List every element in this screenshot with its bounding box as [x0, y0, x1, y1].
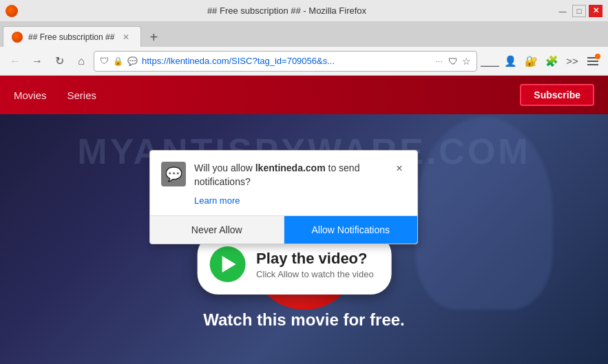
menu-button[interactable]	[583, 52, 602, 71]
chat-icon: 💬	[161, 162, 186, 186]
firefox-icon	[6, 5, 18, 17]
background-figure	[415, 117, 553, 310]
site-header: Movies Series Subscribe	[0, 76, 608, 114]
sync-button[interactable]: 👤	[501, 52, 520, 71]
padlock-icon: 🔒	[113, 56, 123, 66]
subscribe-button[interactable]: Subscribe	[520, 84, 594, 106]
window-controls: — □ ✕	[556, 5, 602, 17]
tab-close-btn[interactable]: ✕	[120, 31, 132, 43]
back-button[interactable]: ←	[6, 52, 25, 71]
add-ons-button[interactable]: 🧩	[542, 52, 561, 71]
new-tab-button[interactable]: +	[144, 28, 163, 47]
learn-more-link[interactable]: Learn more	[194, 195, 406, 206]
nav-series[interactable]: Series	[67, 89, 97, 101]
more-tools-button[interactable]: >>	[563, 52, 582, 71]
play-title: Play the video?	[256, 250, 374, 268]
tab-label: ## Free subscription ##	[28, 32, 114, 42]
address-bar[interactable]: 🛡 🔒 💬 https://lkentineda.com/SISC?tag_id…	[94, 51, 477, 72]
allow-notifications-button[interactable]: Allow Notifications	[284, 216, 418, 244]
title-bar: ## Free subscription ## - Mozilla Firefo…	[0, 0, 608, 22]
camera-icon: 💬	[127, 56, 138, 66]
nav-movies[interactable]: Movies	[14, 89, 47, 101]
url-more-icon: ···	[434, 56, 444, 66]
refresh-button[interactable]: ↻	[50, 52, 69, 71]
url-text: https://lkentineda.com/SISC?tag_id=70905…	[142, 56, 430, 66]
tab-favicon	[12, 32, 23, 43]
minimize-button[interactable]: —	[556, 5, 569, 17]
watch-text: Watch this movie for free.	[0, 310, 608, 330]
maximize-button[interactable]: □	[572, 5, 586, 17]
play-subtitle: Click Allow to watch the video	[256, 269, 374, 279]
popup-domain: lkentineda.com	[255, 162, 326, 173]
page-content: Movies Series Subscribe MYANTISPYWARE.CO…	[0, 76, 608, 364]
play-arrow-icon	[222, 256, 235, 272]
active-tab[interactable]: ## Free subscription ## ✕	[3, 26, 141, 47]
play-text-block: Play the video? Click Allow to watch the…	[256, 250, 374, 279]
browser-window: ## Free subscription ## - Mozilla Firefo…	[0, 0, 608, 364]
popup-header: 💬 Will you allow lkentineda.com to send …	[161, 162, 406, 189]
home-button[interactable]: ⌂	[72, 52, 91, 71]
popup-buttons: Never Allow Allow Notifications	[150, 215, 417, 244]
popup-question-text: Will you allow lkentineda.com to send no…	[194, 162, 384, 189]
toolbar-icons: ⎯⎯⎯ 👤 🔐 🧩 >>	[480, 52, 602, 71]
close-button[interactable]: ✕	[589, 5, 602, 17]
bookmark-star-icon[interactable]: ☆	[462, 56, 471, 67]
window-title: ## Free subscription ## - Mozilla Firefo…	[23, 6, 550, 16]
forward-button[interactable]: →	[28, 52, 47, 71]
popup-close-button[interactable]: ×	[392, 162, 406, 175]
pocket-button[interactable]: 🔐	[521, 52, 541, 71]
security-icon: 🛡	[100, 56, 109, 66]
extensions-button[interactable]: ⎯⎯⎯	[480, 52, 499, 71]
notification-popup: 💬 Will you allow lkentineda.com to send …	[149, 150, 418, 244]
play-icon-circle	[209, 246, 245, 282]
never-allow-button[interactable]: Never Allow	[150, 216, 284, 244]
shield-container-icon[interactable]: 🛡	[448, 56, 458, 67]
tab-bar: ## Free subscription ## ✕ +	[0, 22, 608, 47]
nav-bar: ← → ↻ ⌂ 🛡 🔒 💬 https://lkentineda.com/SIS…	[0, 47, 608, 76]
